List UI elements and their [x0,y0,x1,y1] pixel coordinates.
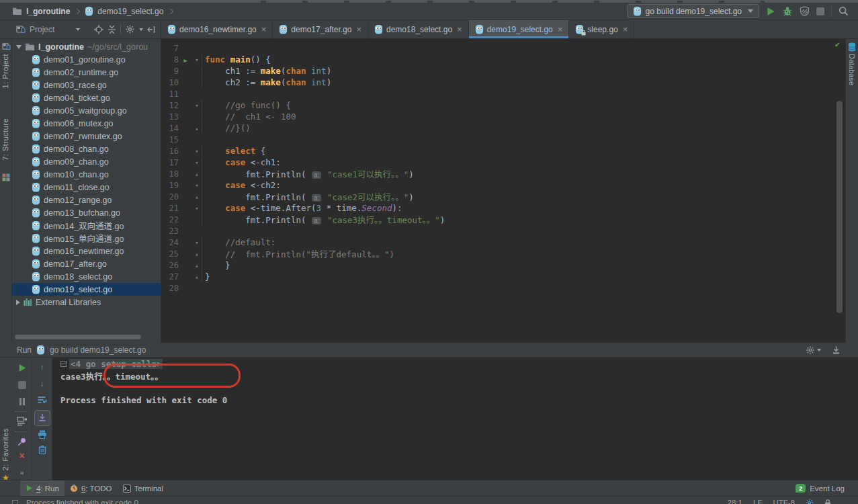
tree-file-row[interactable]: demo11_close.go [12,181,161,194]
run-configuration-select[interactable]: go build demo19_select.go [627,4,759,18]
code-line[interactable]: 16▾ select { [161,145,845,157]
print-console-icon[interactable] [38,430,47,439]
code-line[interactable]: 28 [161,282,845,294]
hector-gear-icon[interactable] [806,499,814,504]
chevron-down-icon[interactable] [76,28,80,31]
run-line-icon[interactable]: ▶ [183,57,187,64]
up-stacktrace-icon[interactable]: ↑ [40,363,44,372]
tree-file-row[interactable]: demo02_runtime.go [12,66,161,79]
tab-close-icon[interactable]: × [558,26,563,33]
stripe-button-favorites[interactable]: 2: Favorites [1,428,9,470]
tool-window-button-terminal[interactable]: Terminal [118,480,169,496]
dock-pinned-icon[interactable] [832,345,841,354]
scroll-to-end-button[interactable] [38,413,46,422]
collapse-all-icon[interactable] [108,25,116,34]
run-button[interactable] [766,7,775,16]
locate-file-icon[interactable] [94,25,103,34]
breadcrumb-file[interactable]: demo19_select.go [97,7,163,16]
fold-marker-icon[interactable]: ▾ [192,102,202,109]
hide-panel-icon[interactable] [147,26,155,34]
fold-marker-icon[interactable]: ▾ [192,148,202,155]
code-editor[interactable]: 78▶▾func main() {9 ch1 := make(chan int)… [161,39,845,343]
code-line[interactable]: 23 [161,225,845,237]
tree-file-row[interactable]: demo09_chan.go [12,155,161,168]
settings-gear-icon[interactable] [125,24,135,34]
code-line[interactable]: 11 [161,88,845,99]
code-line[interactable]: 8▶▾func main() { [161,54,845,65]
pin-tab-icon[interactable] [17,437,27,446]
code-line[interactable]: 14▴ //}() [161,122,845,134]
status-widget[interactable]: 28:1 [728,499,742,504]
tab-close-icon[interactable]: × [356,26,361,33]
status-widget[interactable]: UTF-8 [773,499,795,504]
inspections-ok-icon[interactable]: ✔ [835,40,840,49]
fold-marker-icon[interactable]: ▾ [192,239,202,246]
tree-file-row[interactable]: demo15_单向通道.go [12,232,161,245]
pause-output-button[interactable] [19,398,25,405]
fold-marker-icon[interactable]: ▾ [192,182,202,189]
debug-button[interactable] [782,6,793,16]
editor-scrollbar[interactable] [836,101,843,313]
collapse-arrow-icon[interactable] [16,300,20,305]
horizontal-scrollbar[interactable] [15,335,141,339]
stripe-button-project[interactable]: 1: Project [1,54,9,88]
tree-file-row[interactable]: demo18_select.go [12,270,161,283]
console-fold-icon[interactable] [60,361,67,367]
fold-marker-icon[interactable]: ▾ [192,56,202,63]
console-line[interactable]: <4 go setup calls> [52,358,858,370]
more-actions-button[interactable]: » [19,468,24,476]
fold-marker-icon[interactable]: ▴ [192,194,202,200]
run-with-coverage-button[interactable] [800,6,810,16]
editor-tab[interactable]: demo19_select.go× [469,20,570,38]
rerun-button[interactable] [17,364,26,372]
code-line[interactable]: 7 [161,42,845,54]
code-line[interactable]: 18▴ fmt.Println( a: "case1可以执行。。") [161,168,845,179]
fold-marker-icon[interactable]: ▾ [192,205,202,212]
editor-tab[interactable]: sleep.go× [569,20,634,38]
code-line[interactable]: 27▴} [161,271,845,282]
fold-marker-icon[interactable]: ▴ [192,251,202,257]
run-settings-gear[interactable] [806,345,821,355]
tab-close-icon[interactable]: × [623,26,628,33]
code-line[interactable]: 17▾ case <-ch1: [161,157,845,168]
tree-file-row[interactable]: demo01_goroutine.go [12,53,161,66]
tool-window-button-6-todo[interactable]: 6: TODO [65,480,118,496]
tree-file-row[interactable]: demo12_range.go [12,194,161,206]
tree-file-row[interactable]: demo16_newtimer.go [12,245,161,257]
soft-wrap-icon[interactable] [37,395,47,405]
code-line[interactable]: 24▾ //default: [161,237,845,248]
lock-icon[interactable] [824,499,831,504]
breadcrumb-project[interactable]: l_goroutine [26,7,70,16]
code-line[interactable]: 20▴ fmt.Println( a: "case2可以执行。。") [161,191,845,202]
down-stacktrace-icon[interactable]: ↓ [40,379,44,388]
tree-file-row[interactable]: demo07_rwmutex.go [12,130,161,142]
editor-tab[interactable]: demo17_after.go× [273,20,368,38]
close-run-panel-button[interactable]: × [19,452,24,460]
expand-arrow-icon[interactable] [16,45,22,49]
status-widget[interactable]: LF [753,499,762,504]
fold-marker-icon[interactable]: ▴ [192,171,202,177]
tree-file-row[interactable]: demo14_双向通道.go [12,219,161,232]
tree-file-row[interactable]: demo19_select.go [12,283,161,296]
code-line[interactable]: 19▾ case <-ch2: [161,179,845,191]
tree-file-row[interactable]: demo06_mutex.go [12,117,161,130]
tree-file-row[interactable]: demo08_chan.go [12,142,161,155]
editor-tab[interactable]: demo18_select.go× [368,20,469,38]
show-console-icon[interactable] [17,417,28,426]
tree-file-row[interactable]: demo04_ticket.go [12,91,161,104]
tree-file-row[interactable]: demo03_race.go [12,79,161,91]
editor-tab[interactable]: demo16_newtimer.go× [161,20,273,38]
tree-file-row[interactable]: demo05_waitgroup.go [12,104,161,117]
project-panel-title[interactable]: Project [30,25,54,34]
code-line[interactable]: 9 ch1 := make(chan int) [161,65,845,77]
stripe-button-structure[interactable]: 7: Structure [1,118,9,161]
tree-file-row[interactable]: demo10_chan.go [12,168,161,181]
tool-window-button-4-run[interactable]: 4: Run [20,480,65,496]
code-line[interactable]: 15 [161,134,845,145]
event-log-button[interactable]: 2 Event Log [796,484,858,493]
fold-marker-icon[interactable]: ▴ [192,125,202,132]
fold-marker-icon[interactable]: ▴ [192,274,202,280]
tab-close-icon[interactable]: × [457,26,462,33]
fold-marker-icon[interactable]: ▴ [192,262,202,269]
tab-close-icon[interactable]: × [261,26,267,33]
